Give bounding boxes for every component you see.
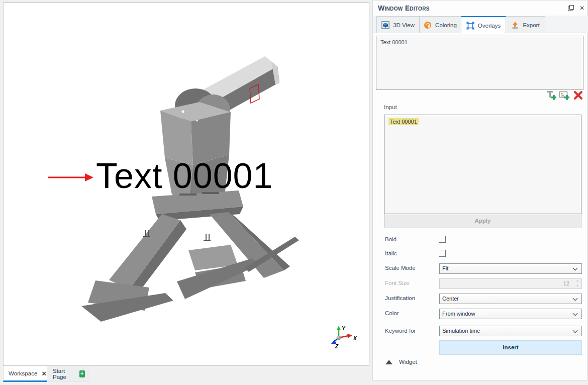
font-size-value: 12 [563, 279, 569, 288]
tab-label: Overlays [478, 23, 501, 29]
collapse-arrow-icon[interactable] [385, 360, 393, 364]
keyword-for-select[interactable]: Simulation time [439, 326, 582, 336]
close-tab-icon[interactable]: ✕ [41, 370, 47, 377]
red-arrow [48, 173, 93, 181]
tab-overlays[interactable]: Overlays [461, 16, 506, 34]
color-select[interactable]: From window [439, 309, 582, 319]
window-editors-panel: Window Editors ✕ 3D View Coloring [372, 0, 587, 380]
italic-checkbox[interactable] [439, 250, 446, 257]
z-axis-label: Z [335, 344, 339, 349]
justification-select[interactable]: Center [439, 294, 582, 304]
keyword-for-label: Keyword for [385, 328, 416, 334]
font-size-spinner[interactable]: 12 ˄˅ [439, 278, 582, 289]
tab-label: 3D View [393, 22, 415, 28]
spinner-arrows-icon[interactable]: ˄˅ [576, 279, 578, 288]
chevron-down-icon [573, 328, 578, 333]
tab-label: Coloring [435, 22, 457, 28]
scale-mode-label: Scale Mode [385, 265, 416, 271]
add-image-icon[interactable] [559, 90, 570, 101]
tab-3d-view[interactable]: 3D View [376, 16, 420, 33]
y-axis-label: Y [342, 326, 346, 331]
color-value: From window [442, 311, 475, 317]
chevron-down-icon [573, 266, 578, 271]
scale-mode-value: Fit [442, 265, 448, 271]
apply-button[interactable]: Apply [384, 214, 581, 228]
float-panel-icon[interactable] [567, 5, 574, 12]
chevron-down-icon [573, 311, 578, 316]
input-text-token[interactable]: Text 00001 [388, 118, 419, 125]
input-label: Input [384, 104, 397, 110]
x-axis-arrow [347, 334, 352, 338]
axis-triad: Y X Z [331, 326, 357, 349]
editor-tabbar: 3D View Coloring Overlays [373, 16, 588, 33]
app-window: { "panel": { "title": "Window Editors", … [0, 0, 588, 385]
upload-icon [511, 21, 519, 29]
close-panel-icon[interactable]: ✕ [578, 5, 585, 12]
document-tabbar: Workspace ✕ Start Page + [0, 366, 372, 385]
font-size-label: Font Size [385, 280, 410, 286]
keyword-for-value: Simulation time [442, 328, 480, 334]
overlays-list[interactable]: Text 00001 [376, 36, 583, 90]
viewport-overlay-text[interactable]: Text 00001 [96, 156, 273, 196]
cube-icon [381, 21, 389, 29]
y-axis-arrow [337, 326, 341, 330]
insert-button[interactable]: Insert [439, 340, 582, 355]
tab-label: Export [523, 22, 539, 28]
3d-model-scene: Text 00001 Y X Z [4, 3, 370, 365]
3d-viewport[interactable]: Text 00001 Y X Z [3, 3, 369, 366]
list-item[interactable]: Text 00001 [376, 36, 583, 48]
justification-label: Justification [385, 295, 415, 301]
bold-label: Bold [385, 236, 397, 242]
italic-label: Italic [385, 250, 397, 256]
tab-coloring[interactable]: Coloring [419, 16, 461, 33]
overlay-toolbar [373, 90, 583, 101]
new-tab-icon[interactable]: + [79, 370, 85, 377]
tab-start-page[interactable]: Start Page + [48, 366, 90, 382]
panel-title: Window Editors [378, 4, 430, 12]
color-label: Color [385, 310, 399, 316]
widget-section-header[interactable]: Widget [385, 358, 417, 366]
widget-section-label: Widget [399, 359, 417, 365]
justification-value: Center [442, 296, 459, 302]
tab-export[interactable]: Export [506, 16, 545, 33]
chevron-down-icon [573, 296, 578, 301]
workspace-tab-label: Workspace [9, 370, 37, 376]
add-text-icon[interactable] [546, 90, 557, 101]
tab-workspace[interactable]: Workspace ✕ [3, 366, 47, 382]
bolt-dot [196, 120, 198, 121]
bolt-dot [182, 111, 184, 113]
palette-icon [424, 21, 432, 29]
scale-mode-select[interactable]: Fit [439, 263, 582, 274]
start-page-tab-label: Start Page [53, 368, 75, 380]
selection-frame-icon [466, 22, 474, 30]
overlay-text-input[interactable]: Text 00001 [384, 115, 581, 214]
x-axis-label: X [353, 336, 357, 341]
bold-checkbox[interactable] [439, 236, 446, 243]
delete-icon[interactable] [573, 90, 584, 101]
triad-origin [337, 336, 341, 340]
